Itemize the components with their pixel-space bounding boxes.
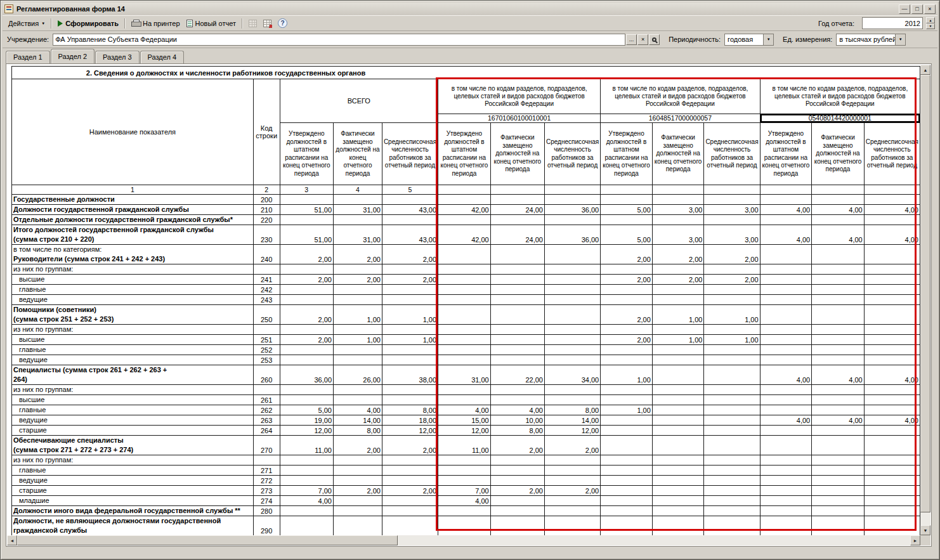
value-cell[interactable] — [601, 476, 653, 486]
value-cell[interactable] — [490, 335, 544, 345]
value-cell[interactable] — [760, 455, 812, 466]
print-button[interactable]: На принтер — [128, 18, 183, 29]
value-cell[interactable] — [812, 405, 865, 415]
value-cell[interactable] — [544, 385, 600, 395]
value-cell[interactable]: 10,00 — [490, 415, 544, 426]
row-code-cell[interactable]: 261 — [253, 395, 280, 405]
value-cell[interactable]: 2,00 — [601, 245, 653, 264]
row-name-cell[interactable]: ведущие — [12, 295, 254, 305]
value-cell[interactable] — [704, 295, 760, 305]
value-cell[interactable] — [544, 305, 600, 325]
unit-select[interactable]: в тысячах рублей ▼ — [836, 34, 906, 46]
value-cell[interactable] — [601, 295, 653, 305]
value-cell[interactable] — [812, 496, 865, 506]
row-code-cell[interactable]: 264 — [253, 426, 280, 436]
value-cell[interactable] — [438, 285, 491, 295]
value-cell[interactable] — [490, 325, 544, 335]
value-cell[interactable]: 36,00 — [544, 225, 600, 245]
value-cell[interactable] — [601, 264, 653, 275]
value-cell[interactable] — [812, 215, 865, 225]
value-cell[interactable] — [601, 285, 653, 295]
row-name-cell[interactable]: Итого должностей государственной граждан… — [12, 225, 254, 245]
value-cell[interactable]: 51,00 — [280, 225, 333, 245]
value-cell[interactable] — [704, 285, 760, 295]
value-cell[interactable] — [760, 476, 812, 486]
value-cell[interactable] — [704, 325, 760, 335]
value-cell[interactable] — [601, 325, 653, 335]
value-cell[interactable] — [490, 285, 544, 295]
value-cell[interactable]: 4,00 — [812, 365, 865, 385]
value-cell[interactable]: 19,00 — [280, 415, 333, 426]
tab-4[interactable]: Раздел 4 — [140, 51, 185, 63]
find-button[interactable] — [649, 34, 660, 45]
value-cell[interactable] — [382, 264, 438, 275]
value-cell[interactable] — [601, 466, 653, 476]
row-code-cell[interactable]: 280 — [253, 506, 280, 516]
value-cell[interactable]: 2,00 — [382, 245, 438, 264]
value-cell[interactable] — [864, 466, 920, 476]
value-cell[interactable]: 43,00 — [382, 225, 438, 245]
row-name-cell[interactable]: старшие — [12, 486, 254, 496]
group-code-3[interactable]: 05408014420000001 — [760, 114, 920, 123]
row-code-cell[interactable] — [253, 385, 280, 395]
value-cell[interactable] — [760, 335, 812, 345]
value-cell[interactable]: 8,00 — [544, 405, 600, 415]
value-cell[interactable] — [544, 455, 600, 466]
row-code-cell[interactable]: 251 — [253, 335, 280, 345]
value-cell[interactable] — [280, 476, 333, 486]
row-name-cell[interactable]: ведущие — [12, 476, 254, 486]
value-cell[interactable]: 2,00 — [280, 275, 333, 285]
save-settings-button[interactable] — [260, 18, 275, 29]
row-code-cell[interactable]: 270 — [253, 436, 280, 455]
table-settings-button[interactable] — [245, 18, 260, 29]
value-cell[interactable] — [864, 486, 920, 496]
value-cell[interactable] — [490, 455, 544, 466]
value-cell[interactable]: 2,00 — [334, 245, 382, 264]
value-cell[interactable]: 4,00 — [280, 496, 333, 506]
value-cell[interactable] — [334, 325, 382, 335]
value-cell[interactable] — [864, 285, 920, 295]
value-cell[interactable] — [812, 436, 865, 455]
value-cell[interactable]: 4,00 — [812, 225, 865, 245]
year-input[interactable] — [862, 17, 923, 29]
value-cell[interactable]: 2,00 — [601, 275, 653, 285]
value-cell[interactable]: 2,00 — [334, 436, 382, 455]
value-cell[interactable]: 8,00 — [334, 426, 382, 436]
value-cell[interactable] — [280, 264, 333, 275]
scroll-down-icon[interactable]: ▼ — [920, 525, 930, 535]
value-cell[interactable]: 51,00 — [280, 205, 333, 215]
row-code-cell[interactable]: 230 — [253, 225, 280, 245]
value-cell[interactable]: 5,00 — [601, 225, 653, 245]
value-cell[interactable] — [382, 385, 438, 395]
value-cell[interactable] — [544, 215, 600, 225]
value-cell[interactable] — [704, 385, 760, 395]
value-cell[interactable] — [334, 345, 382, 355]
value-cell[interactable] — [812, 325, 865, 335]
horizontal-scroll-thumb[interactable] — [17, 535, 398, 545]
generate-button[interactable]: Сформировать — [55, 18, 122, 29]
value-cell[interactable] — [438, 245, 491, 264]
value-cell[interactable] — [544, 335, 600, 345]
value-cell[interactable]: 1,00 — [382, 335, 438, 345]
value-cell[interactable] — [382, 395, 438, 405]
value-cell[interactable] — [601, 455, 653, 466]
value-cell[interactable] — [812, 455, 865, 466]
value-cell[interactable] — [760, 215, 812, 225]
value-cell[interactable] — [280, 345, 333, 355]
value-cell[interactable] — [438, 516, 491, 536]
value-cell[interactable] — [382, 506, 438, 516]
value-cell[interactable] — [601, 496, 653, 506]
value-cell[interactable]: 4,00 — [812, 415, 865, 426]
value-cell[interactable]: 42,00 — [438, 205, 491, 215]
value-cell[interactable] — [544, 264, 600, 275]
value-cell[interactable] — [544, 395, 600, 405]
value-cell[interactable] — [601, 395, 653, 405]
value-cell[interactable] — [704, 496, 760, 506]
clear-button[interactable]: × — [637, 34, 648, 45]
value-cell[interactable] — [601, 426, 653, 436]
scroll-right-icon[interactable]: ► — [910, 535, 920, 545]
value-cell[interactable] — [544, 295, 600, 305]
row-code-cell[interactable]: 262 — [253, 405, 280, 415]
value-cell[interactable] — [760, 195, 812, 205]
value-cell[interactable] — [438, 195, 491, 205]
